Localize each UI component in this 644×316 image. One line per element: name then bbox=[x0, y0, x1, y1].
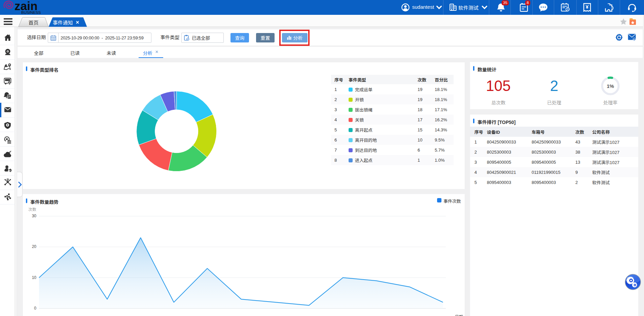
svg-text:1%: 1% bbox=[607, 83, 614, 89]
svg-text:BUSINESS: BUSINESS bbox=[21, 10, 41, 14]
